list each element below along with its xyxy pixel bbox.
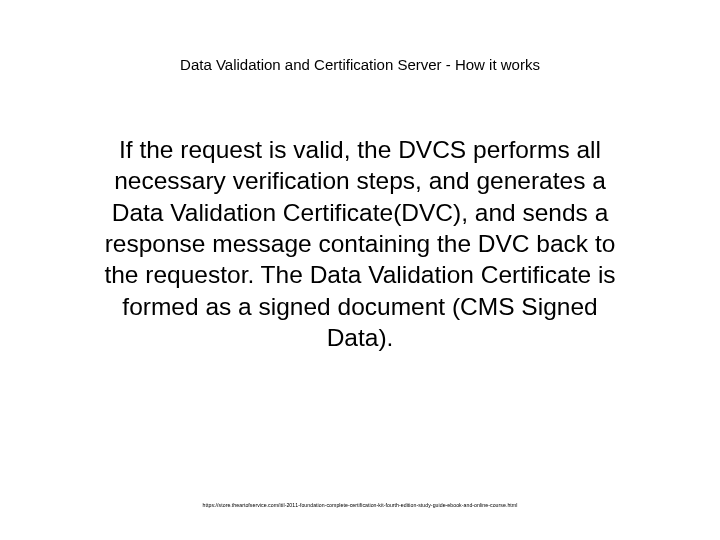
slide-body: If the request is valid, the DVCS perfor… [86,134,634,354]
footer-url: https://store.theartofservice.com/itil-2… [0,502,720,508]
slide: Data Validation and Certification Server… [0,0,720,540]
slide-title: Data Validation and Certification Server… [0,56,720,73]
